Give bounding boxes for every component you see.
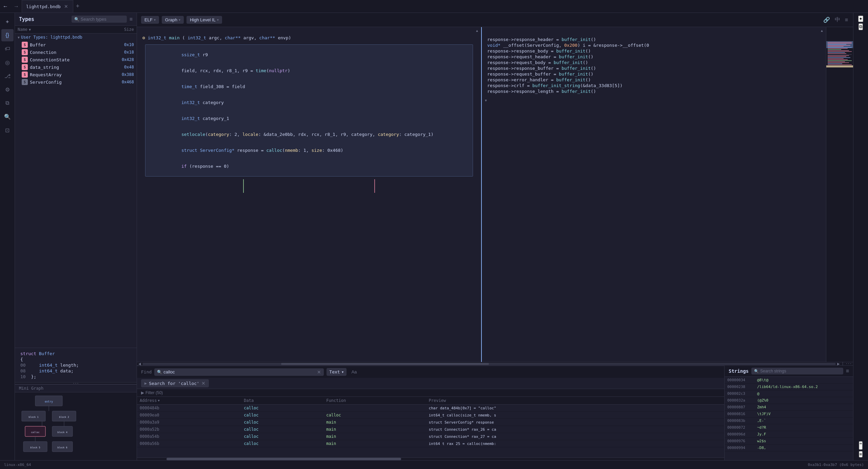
sidebar-icon-segments[interactable]: ⧉ [1,97,14,109]
type-name-serverconfig: ServerConfig [30,80,112,85]
bottom-layout: Find 🔍 ✕ Text ▾ Aa ▶ [137,365,853,460]
sidebar-icon-xrefs[interactable]: ⎇ [1,70,14,82]
type-badge-requestarray: S [22,72,28,78]
find-bar: Find 🔍 ✕ Text ▾ Aa [137,366,724,378]
forward-button[interactable]: → [11,0,22,13]
active-tab[interactable]: lighttpd.bndb ✕ [22,0,73,13]
table-row[interactable]: 00009ea0 calloc calloc int64_t calloc(si… [137,412,724,419]
col-preview-header[interactable]: Preview [426,397,724,405]
graph-label: Graph [165,17,177,22]
elf-button[interactable]: ELF ▾ [141,16,159,24]
tab-label: lighttpd.bndb [26,4,61,9]
type-row-connection[interactable]: S Connection 0x18 [15,48,137,56]
sidebar-icon-terminal[interactable]: ⊡ [1,124,14,136]
string-row[interactable]: 0000096d Jy.F [725,431,853,438]
type-row-serverconfig[interactable]: S ServerConfig 0x468 [15,78,137,86]
right-code-pane: ▲ response->response_header = buffer_ini… [482,27,826,362]
string-row[interactable]: 0000032a (@Z%0 [725,397,853,404]
sidebar-icon-tags[interactable]: 🏷 [1,43,14,55]
string-row[interactable]: 00000034 @8\t@ [725,377,853,384]
types-search-box[interactable]: 🔍 [72,16,127,23]
link-icon[interactable]: 🔗 [822,16,831,24]
types-menu-button[interactable]: ≡ [130,16,133,22]
sidebar-icon-search[interactable]: 🔍 [1,110,14,123]
code-block-main: ssize_t r9 field, rcx, rdx, r8_1, r9 = t… [145,44,473,177]
type-row-requestarray[interactable]: S RequestArray 0x388 [15,71,137,78]
string-row[interactable]: 000002c3 @ [725,390,853,397]
right-icon-xref[interactable]: ✦ [858,16,863,22]
type-row-connectionstate[interactable]: S ConnectionState 0x428 [15,56,137,63]
strings-search-box[interactable]: 🔍 [751,368,843,374]
col-function-header[interactable]: Function [323,397,426,405]
string-row[interactable]: 00000072 ~d?R [725,424,853,431]
sidebar-icon-types[interactable]: {} [1,29,14,41]
new-tab-button[interactable]: + [73,3,82,10]
sidebar-icon-activity[interactable]: ✦ [1,16,14,28]
right-scroll-controls-bottom: ▼ [482,97,826,104]
mini-graph-header: Mini Graph [15,385,137,392]
type-size-connection: 0x18 [114,50,134,55]
col-data-header[interactable]: Data [241,397,323,405]
string-row[interactable]: 00000816 \tJF)V [725,411,853,417]
type-badge-buffer: S [22,42,28,48]
strings-search-input[interactable] [760,369,841,373]
results-scrollbar-thumb[interactable] [166,458,401,460]
find-type-select[interactable]: Text ▾ [327,368,347,376]
table-row[interactable]: 0000a52b calloc main struct Connection* … [137,426,724,433]
type-row-data-string[interactable]: S data_string 0x48 [15,63,137,71]
string-row[interactable]: 00000976 w2$s [725,438,853,445]
horizontal-scrollbar[interactable]: ◀ ▶ ··· [137,362,853,365]
right-code-block: response->response_header = buffer_init(… [482,34,826,97]
type-size-buffer: 0x10 [114,42,134,47]
scrollbar-thumb[interactable] [281,363,489,365]
string-row[interactable]: 00000238 /lib64/ld-linux-x86-64.so.2 [725,384,853,390]
status-address-range: 0xa3b1-0xa3b7 (0x6 bytes) [808,463,864,467]
col-address-header[interactable]: Address ▼ [137,397,241,405]
right-icon-quote[interactable]: " [859,441,862,450]
right-scroll-down-button[interactable]: ▼ [483,98,489,103]
table-row[interactable]: 0000a3a9 calloc main struct ServerConfig… [137,419,724,426]
right-icon-scroll[interactable]: ≡ [859,451,863,457]
table-row[interactable]: 0000484b calloc char data_484b[0x7] = "c… [137,405,724,412]
chinese-icon[interactable]: 中 [834,15,841,24]
status-bar: linux-x86_64 0xa3b1-0xa3b7 (0x6 bytes) [0,460,868,469]
sidebar-icon-debug[interactable]: ⚙ [1,83,14,96]
type-name-data-string: data_string [30,65,112,70]
hlil-button[interactable]: High Level IL ▾ [186,16,222,24]
search-pill: ▶ Search for 'calloc' ✕ [141,379,209,387]
col-name-header[interactable]: Name ▼ [18,27,114,32]
minimap-panel [826,27,853,362]
type-row-buffer[interactable]: S Buffer 0x10 [15,41,137,48]
graph-button[interactable]: Graph ▾ [162,16,184,24]
content-area: ELF ▾ Graph ▾ High Level IL ▾ 🔗 中 ≡ ▲ [137,13,853,460]
results-scrollbar[interactable] [137,457,724,460]
types-search-input[interactable] [81,17,124,22]
search-pill-close[interactable]: ✕ [201,381,205,386]
strings-menu-button[interactable]: ≡ [846,368,849,374]
find-clear-button[interactable]: ✕ [317,369,321,375]
match-case-button[interactable]: Aa [349,369,359,375]
string-row[interactable]: 0000083b ,E-` [725,417,853,424]
types-group-header[interactable]: ▼ User Types: lighttpd.bndb [15,34,137,41]
svg-text:block 4: block 4 [57,431,67,434]
find-input-wrap[interactable]: 🔍 ✕ [154,368,324,376]
back-button[interactable]: ← [0,0,11,13]
types-list: ▼ User Types: lighttpd.bndb S Buffer 0x1… [15,34,137,348]
scroll-up-button[interactable]: ▲ [474,28,480,33]
find-search-icon: 🔍 [157,370,162,374]
tab-close-button[interactable]: ✕ [63,4,69,9]
string-row[interactable]: 00000994 -D8, [725,445,853,451]
svg-text:block 5: block 5 [30,446,40,449]
minimap-toolbar [826,27,853,41]
sidebar-icon-bookmarks[interactable]: ◎ [1,56,14,68]
filter-button[interactable]: ▶ Filter (50) [141,390,163,395]
string-row[interactable]: 00000807 Zmh4 [725,404,853,411]
right-icon-layers[interactable]: ⧉ [859,23,863,30]
table-row[interactable]: 0000a56b calloc main int64 t rax 25 = ca… [137,440,724,447]
find-input[interactable] [163,369,316,374]
find-label: Find [141,369,152,374]
menu-icon[interactable]: ≡ [844,16,849,24]
table-row[interactable]: 0000a54b calloc main struct Connection* … [137,433,724,440]
right-scroll-up-button[interactable]: ▲ [819,28,825,33]
mini-graph-panel: Mini Graph entry block 1 block 2 calloc [15,384,137,460]
